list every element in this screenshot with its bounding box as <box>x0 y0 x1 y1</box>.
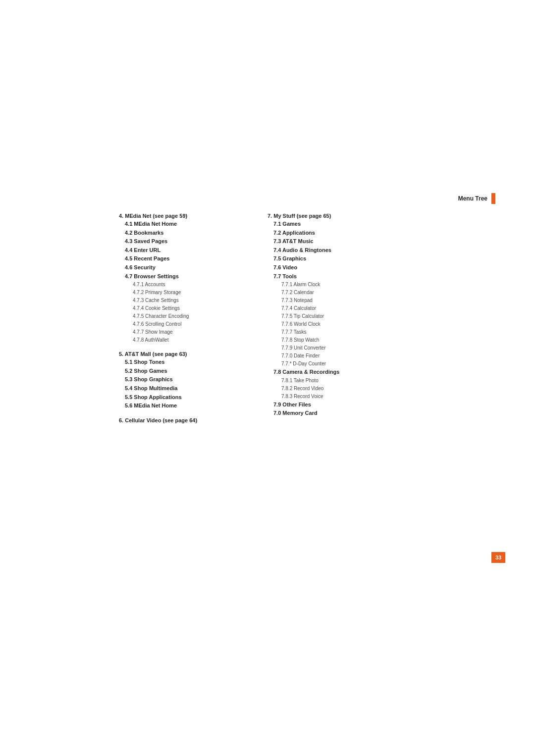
section7-tools-7: 7.7.7 Tasks <box>268 328 396 336</box>
section7-tools-4: 7.7.4 Calculator <box>268 304 396 312</box>
section7-item-5: 7.5 Graphics <box>268 254 396 263</box>
section7-tools-2: 7.7.2 Calendar <box>268 289 396 297</box>
left-column: 4. MEdia Net (see page 59) 4.1 MEdia Net… <box>119 213 248 424</box>
menu-tree-title: Menu Tree <box>458 195 487 202</box>
orange-bar-decoration <box>491 193 495 204</box>
section5-item-2: 5.2 Shop Games <box>119 367 248 376</box>
page-container: Menu Tree 4. MEdia Net (see page 59) 4.1… <box>0 0 535 756</box>
right-column: 7. My Stuff (see page 65) 7.1 Games 7.2 … <box>268 213 396 424</box>
section7-item-1: 7.1 Games <box>268 220 396 229</box>
section7-tools-10: 7.7.0 Date Finder <box>268 352 396 360</box>
section7-item-9: 7.9 Other Files <box>268 401 396 409</box>
section7-item-2: 7.2 Applications <box>268 229 396 238</box>
section4-subitem-7: 4.7.7 Show Image <box>119 328 248 336</box>
section4-item-6: 4.6 Security <box>119 263 248 272</box>
section4-subitem-3: 4.7.3 Cache Settings <box>119 297 248 304</box>
section5-item-3: 5.3 Shop Graphics <box>119 375 248 384</box>
section7-item-10: 7.0 Memory Card <box>268 409 396 418</box>
section7-item-3: 7.3 AT&T Music <box>268 237 396 246</box>
section4-item-7: 4.7 Browser Settings <box>119 272 248 281</box>
section7-item-8: 7.8 Camera & Recordings <box>268 368 396 377</box>
section7-item-6: 7.6 Video <box>268 263 396 272</box>
section5-item-5: 5.5 Shop Applications <box>119 393 248 402</box>
section4-subitem-1: 4.7.1 Accounts <box>119 281 248 289</box>
page-number-badge: 33 <box>491 552 505 563</box>
section4-item-1: 4.1 MEdia Net Home <box>119 220 248 229</box>
section7-tools-3: 7.7.3 Notepad <box>268 297 396 304</box>
section7-camera-2: 7.8.2 Record Video <box>268 385 396 393</box>
section4-subitem-5: 4.7.5 Character Encoding <box>119 312 248 320</box>
section5-item-4: 5.4 Shop Multimedia <box>119 384 248 393</box>
section5-header: 5. AT&T Mall (see page 63) <box>119 351 248 357</box>
section7-tools-5: 7.7.5 Tip Calculator <box>268 312 396 320</box>
section5-item-6: 5.6 MEdia Net Home <box>119 402 248 410</box>
content-area: 4. MEdia Net (see page 59) 4.1 MEdia Net… <box>119 213 505 424</box>
section7-tools-8: 7.7.8 Stop Watch <box>268 336 396 344</box>
section7-camera-3: 7.8.3 Record Voice <box>268 393 396 401</box>
section4-item-4: 4.4 Enter URL <box>119 246 248 255</box>
section7-camera-1: 7.8.1 Take Photo <box>268 377 396 385</box>
section4-item-3: 4.3 Saved Pages <box>119 237 248 246</box>
section4-subitem-8: 4.7.8 AuthWallet <box>119 336 248 344</box>
section7-tools-1: 7.7.1 Alarm Clock <box>268 281 396 289</box>
section4-item-5: 4.5 Recent Pages <box>119 254 248 263</box>
section7-item-7: 7.7 Tools <box>268 272 396 281</box>
section4-subitem-2: 4.7.2 Primary Storage <box>119 289 248 297</box>
section6-header: 6. Cellular Video (see page 64) <box>119 417 248 423</box>
section7-item-4: 7.4 Audio & Ringtones <box>268 246 396 255</box>
section7-tools-9: 7.7.9 Unit Converter <box>268 344 396 352</box>
section4-item-2: 4.2 Bookmarks <box>119 229 248 238</box>
section4-subitem-6: 4.7.6 Scrolling Control <box>119 320 248 328</box>
section4-header: 4. MEdia Net (see page 59) <box>119 213 248 219</box>
section7-tools-6: 7.7.6 World Clock <box>268 320 396 328</box>
section4-subitem-4: 4.7.4 Cookie Settings <box>119 304 248 312</box>
section5-item-1: 5.1 Shop Tones <box>119 358 248 367</box>
section7-header: 7. My Stuff (see page 65) <box>268 213 396 219</box>
section7-tools-11: 7.7.* D-Day Counter <box>268 360 396 368</box>
header-area: Menu Tree <box>458 193 495 204</box>
